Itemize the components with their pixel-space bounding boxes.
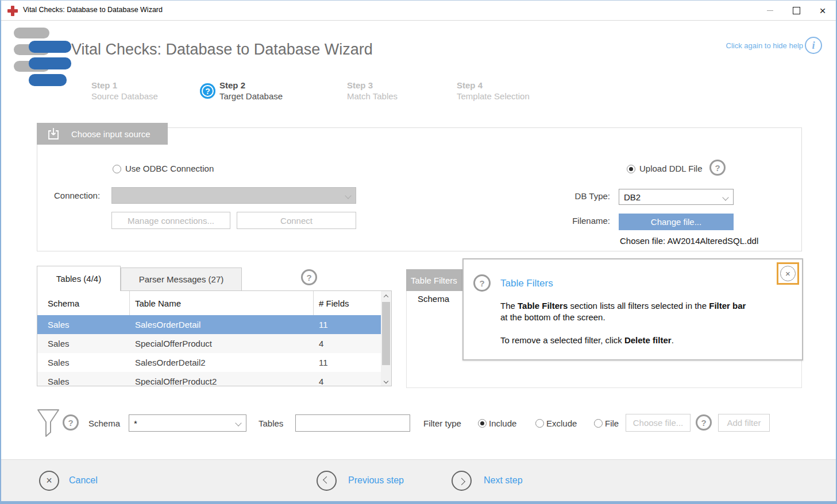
close-button[interactable]: ×: [809, 1, 836, 21]
info-icon[interactable]: i: [805, 37, 822, 54]
popup-title: Table Filters: [500, 278, 553, 289]
include-radio-label[interactable]: Include: [489, 418, 516, 428]
chevron-left-icon: [323, 476, 330, 484]
table-filters-help-popup: ? Table Filters The Table Filters sectio…: [462, 258, 803, 360]
cell-schema: Sales: [48, 377, 135, 386]
cell-fields: 4: [319, 339, 381, 348]
filter-bar-help-icon[interactable]: ?: [63, 414, 79, 431]
scroll-down-arrow[interactable]: [381, 376, 391, 386]
cancel-button[interactable]: Cancel: [69, 475, 98, 486]
tables-grid: Schema Table Name # Fields Sales SalesOr…: [37, 290, 392, 386]
input-source-section-header: Choose input source: [37, 123, 168, 145]
connect-button[interactable]: Connect: [237, 212, 356, 229]
change-file-button[interactable]: Change file...: [619, 214, 734, 230]
step-3-number: Step 3: [347, 80, 398, 91]
popup-body: The Table Filters section lists all filt…: [500, 300, 788, 346]
exclude-radio[interactable]: [535, 419, 544, 428]
step-4-number: Step 4: [457, 80, 530, 91]
column-divider: [313, 291, 314, 315]
minimize-icon: [767, 10, 773, 11]
cell-schema: Sales: [48, 320, 135, 329]
filter-schema-value: *: [134, 418, 137, 428]
maximize-icon: [793, 7, 800, 14]
file-radio[interactable]: [594, 419, 603, 428]
upload-ddl-radio-label[interactable]: Upload DDL File: [639, 164, 703, 173]
vertical-scrollbar[interactable]: [381, 291, 391, 386]
filter-type-label: Filter type: [423, 418, 461, 428]
odbc-connection-radio[interactable]: [113, 165, 121, 173]
column-header-table-name: Table Name: [135, 298, 181, 308]
tables-grid-header: Schema Table Name # Fields: [37, 291, 391, 315]
add-filter-help-icon[interactable]: ?: [696, 414, 712, 431]
step-2-label: Target Database: [219, 91, 283, 101]
next-step-button[interactable]: Next step: [484, 475, 523, 486]
manage-connections-button[interactable]: Manage connections...: [111, 212, 230, 229]
connection-dropdown[interactable]: [111, 187, 356, 204]
logo-bar-blue-1: [29, 41, 71, 53]
step-1-source-database: Step 1 Source Database: [91, 80, 158, 102]
table-row[interactable]: Sales SalesOrderDetail 11: [37, 315, 381, 334]
db-type-label: DB Type:: [566, 191, 610, 201]
exclude-radio-label[interactable]: Exclude: [546, 418, 577, 428]
hide-help-link[interactable]: Click again to hide help: [726, 41, 803, 50]
cancel-icon[interactable]: ×: [39, 471, 59, 491]
filter-tables-label: Tables: [259, 418, 283, 428]
table-row[interactable]: Sales SpecialOfferProduct2 4: [37, 372, 381, 386]
cell-table-name: SalesOrderDetail: [135, 320, 319, 329]
popup-close-button[interactable]: ×: [777, 262, 799, 285]
odbc-connection-radio-label[interactable]: Use ODBC Connection: [125, 164, 214, 173]
popup-help-icon: ?: [473, 274, 491, 292]
cell-schema: Sales: [48, 339, 135, 348]
popup-paragraph-1: The Table Filters section lists all filt…: [500, 300, 788, 323]
step-1-label: Source Database: [91, 91, 158, 101]
step-2-number: Step 2: [219, 80, 283, 91]
previous-step-icon[interactable]: [317, 471, 337, 491]
window-title: Vital Checks: Database to Database Wizar…: [23, 6, 163, 14]
logo-bar-gray-1: [14, 28, 49, 38]
chevron-right-icon: [458, 478, 465, 486]
tab-parser-messages[interactable]: Parser Messages (27): [121, 267, 242, 290]
step-1-number: Step 1: [91, 80, 158, 91]
choose-file-button[interactable]: Choose file...: [626, 414, 691, 432]
close-circle-icon: ×: [780, 266, 796, 281]
upload-ddl-radio[interactable]: [627, 165, 635, 173]
column-header-fields: # Fields: [319, 298, 349, 308]
scrollbar-thumb[interactable]: [382, 302, 390, 365]
input-source-section-title: Choose input source: [71, 129, 151, 139]
download-icon: [46, 126, 61, 141]
step-4-label: Template Selection: [457, 91, 530, 101]
step-4-template-selection: Step 4 Template Selection: [457, 80, 530, 102]
db-type-value: DB2: [624, 192, 641, 202]
tab-tables[interactable]: Tables (4/4): [37, 266, 121, 291]
filter-funnel-icon: [37, 409, 60, 439]
footer-bar: × Cancel Previous step Next step: [1, 459, 836, 501]
maximize-button[interactable]: [783, 1, 809, 21]
chosen-file-text: Chosen file: AW2014AlteredSQL.ddl: [620, 236, 758, 246]
page-title: Vital Checks: Database to Database Wizar…: [71, 41, 373, 59]
file-radio-label[interactable]: File: [605, 418, 619, 428]
cell-table-name: SpecialOfferProduct2: [135, 377, 319, 386]
step-2-target-database: Step 2 Target Database: [219, 80, 283, 102]
table-row[interactable]: Sales SalesOrderDetail2 11: [37, 353, 381, 372]
previous-step-button[interactable]: Previous step: [348, 475, 404, 486]
db-type-dropdown[interactable]: DB2: [619, 189, 734, 205]
filter-schema-label: Schema: [88, 418, 120, 428]
connection-label: Connection:: [54, 191, 100, 200]
filter-schema-dropdown[interactable]: *: [129, 414, 246, 432]
filter-tables-input[interactable]: [295, 414, 410, 432]
chevron-down-icon: [235, 420, 241, 426]
step-2-help-icon[interactable]: ?: [200, 83, 215, 99]
minimize-button[interactable]: [757, 1, 783, 21]
logo-bar-blue-3: [29, 74, 67, 86]
next-step-icon[interactable]: [452, 471, 472, 491]
scroll-up-arrow[interactable]: [381, 291, 391, 301]
add-filter-button[interactable]: Add filter: [718, 414, 770, 432]
table-row[interactable]: Sales SpecialOfferProduct 4: [37, 334, 381, 353]
step-3-match-tables: Step 3 Match Tables: [347, 80, 398, 102]
upload-help-icon[interactable]: ?: [709, 160, 726, 176]
chevron-down-icon: [345, 192, 351, 199]
tables-help-icon[interactable]: ?: [301, 269, 317, 285]
include-radio[interactable]: [478, 419, 487, 428]
chevron-up-icon: [384, 294, 388, 299]
column-divider: [129, 291, 130, 315]
